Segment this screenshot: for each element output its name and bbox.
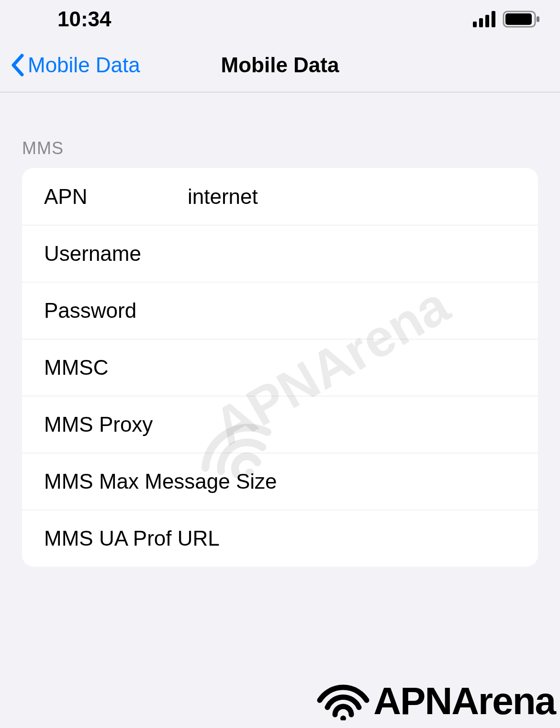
cellular-signal-icon bbox=[473, 11, 497, 27]
row-label-mms-ua-prof: MMS UA Prof URL bbox=[44, 526, 538, 550]
wifi-logo-icon bbox=[317, 682, 370, 720]
back-button-label: Mobile Data bbox=[28, 53, 140, 77]
row-label-username: Username bbox=[44, 242, 164, 266]
apn-input[interactable] bbox=[164, 185, 538, 209]
footer-brand: APNArena bbox=[317, 679, 555, 723]
mms-proxy-input[interactable] bbox=[153, 413, 538, 437]
mms-settings-card: APN Username Password MMSC MMS Proxy MMS… bbox=[22, 168, 538, 567]
navigation-bar: Mobile Data Mobile Data bbox=[0, 38, 560, 92]
row-mmsc[interactable]: MMSC bbox=[22, 339, 538, 396]
svg-rect-1 bbox=[479, 18, 483, 27]
svg-rect-5 bbox=[505, 13, 532, 25]
footer-brand-text: APNArena bbox=[373, 679, 555, 723]
status-time: 10:34 bbox=[57, 7, 112, 31]
username-input[interactable] bbox=[164, 242, 538, 266]
svg-point-8 bbox=[340, 716, 346, 720]
row-label-apn: APN bbox=[44, 185, 164, 209]
row-label-mmsc: MMSC bbox=[44, 356, 164, 380]
back-button[interactable]: Mobile Data bbox=[0, 53, 140, 77]
status-indicators bbox=[473, 11, 541, 28]
svg-rect-3 bbox=[492, 11, 495, 27]
row-username[interactable]: Username bbox=[22, 225, 538, 282]
chevron-left-icon bbox=[10, 54, 24, 77]
row-label-password: Password bbox=[44, 299, 164, 323]
password-input[interactable] bbox=[164, 299, 538, 323]
row-password[interactable]: Password bbox=[22, 282, 538, 339]
row-mms-max-message-size[interactable]: MMS Max Message Size bbox=[22, 453, 538, 510]
row-label-mms-max-size: MMS Max Message Size bbox=[44, 470, 538, 493]
svg-rect-2 bbox=[485, 15, 489, 27]
svg-rect-0 bbox=[473, 22, 477, 27]
section-header-mms: MMS bbox=[22, 138, 538, 158]
row-label-mms-proxy: MMS Proxy bbox=[44, 413, 153, 437]
page-title: Mobile Data bbox=[221, 53, 339, 77]
row-apn[interactable]: APN bbox=[22, 168, 538, 225]
svg-rect-6 bbox=[537, 16, 539, 22]
status-bar: 10:34 bbox=[0, 0, 560, 38]
row-mms-proxy[interactable]: MMS Proxy bbox=[22, 396, 538, 453]
mmsc-input[interactable] bbox=[164, 356, 538, 380]
battery-icon bbox=[503, 11, 541, 28]
row-mms-ua-prof-url[interactable]: MMS UA Prof URL bbox=[22, 510, 538, 567]
